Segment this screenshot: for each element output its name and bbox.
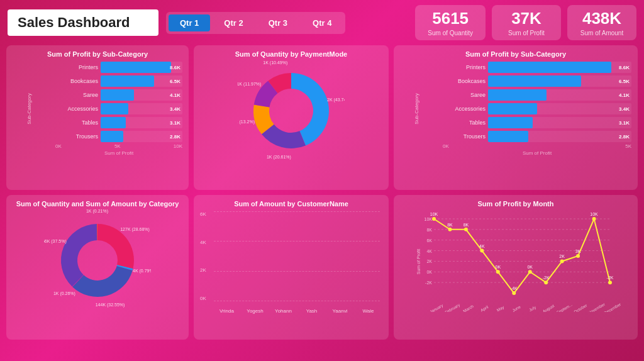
hbar-fill bbox=[488, 103, 537, 114]
donut-svg: 2K (43.74%)1K (20.61%)1K (13.2%)1K (11.9… bbox=[238, 57, 345, 164]
kpi-label-0: Sum of Quantity bbox=[428, 30, 473, 36]
hbar-fill bbox=[101, 75, 154, 87]
hbar-row: Saree 4.1K bbox=[443, 89, 631, 101]
line-value-label: -4K bbox=[511, 286, 518, 291]
hbar-value: 4.1K bbox=[619, 92, 630, 98]
y-tick-label: 0K bbox=[426, 270, 432, 274]
line-value-label: -2K bbox=[543, 275, 550, 280]
chart-amount-customer: Sum of Amount by CustomerName 0K2K4K6KVr… bbox=[194, 195, 389, 340]
kpi-label-2: Sum of Amount bbox=[580, 30, 624, 36]
y-tick: 2K bbox=[200, 267, 206, 273]
kpi-card-0: 5615Sum of Quantity bbox=[415, 5, 486, 40]
hbar-value: 4.1K bbox=[170, 92, 180, 98]
hbar-label: Printers bbox=[443, 64, 486, 70]
x-tick: 0K bbox=[55, 143, 62, 149]
line-dot bbox=[592, 217, 596, 221]
quarter-tab-qtr-2[interactable]: Qtr 2 bbox=[213, 14, 254, 31]
hbar-label: Saree bbox=[443, 92, 486, 98]
x-tick-label: May bbox=[496, 304, 506, 312]
x-tick-label: Septem... bbox=[556, 302, 574, 312]
line-dot bbox=[608, 280, 612, 284]
y-tick: 0K bbox=[200, 296, 206, 301]
vbar-xlabel: Yogesh bbox=[243, 308, 267, 314]
donut-label: 1K (20.61%) bbox=[267, 154, 291, 159]
donut-label: 1K (0.26%) bbox=[53, 291, 75, 296]
line-dot bbox=[480, 249, 484, 253]
hbar-label: Trousers bbox=[443, 133, 486, 140]
hbar-track: 4.1K bbox=[101, 89, 182, 101]
x-label-left: Sum of Profit bbox=[55, 150, 182, 156]
hbar-track: 3.4K bbox=[488, 103, 631, 114]
kpi-card-1: 37KSum of Profit bbox=[492, 5, 561, 40]
quarter-tab-qtr-3[interactable]: Qtr 3 bbox=[257, 14, 299, 31]
line-dot bbox=[512, 291, 516, 295]
hbar-row: Bookcases 6.5K bbox=[55, 75, 182, 87]
hbar-value: 3.4K bbox=[170, 106, 180, 112]
line-value-label: 2K bbox=[559, 254, 565, 258]
hbar-value: 2.8K bbox=[619, 134, 630, 140]
hbar-track: 2.8K bbox=[101, 131, 182, 142]
donut-svg: 127K (28.68%)4K (0.79%)144K (32.55%)1K (… bbox=[44, 207, 151, 314]
hbar-row: Trousers 2.8K bbox=[443, 131, 631, 142]
donut-label: 1K (11.97%) bbox=[238, 82, 261, 87]
chart-title-month: Sum of Profit by Month bbox=[400, 200, 631, 208]
kpi-cards: 5615Sum of Quantity37KSum of Profit438KS… bbox=[415, 5, 636, 40]
hbar-label: Trousers bbox=[55, 133, 98, 140]
hbar-track: 3.4K bbox=[101, 103, 182, 114]
hbar-value: 3.1K bbox=[170, 120, 180, 126]
x-tick-label: March bbox=[462, 304, 474, 312]
x-tick-label: April bbox=[480, 304, 490, 312]
hbar-track: 2.8K bbox=[488, 131, 631, 142]
hbar-row: Tables 3.1K bbox=[55, 117, 182, 128]
hbar-label: Printers bbox=[55, 64, 98, 70]
hbar-fill bbox=[488, 75, 581, 87]
hbar-row: Accessories 3.4K bbox=[55, 103, 182, 114]
line-value-label: 8K bbox=[447, 223, 453, 227]
hbar-track: 8.6K bbox=[488, 62, 631, 73]
chart-profit-subcategory-left: Sum of Profit by Sub-Category Sub-Catego… bbox=[6, 45, 189, 190]
hbar-value: 8.6K bbox=[170, 65, 180, 70]
y-axis-label-left: Sub-Category bbox=[26, 93, 32, 124]
kpi-value-1: 37K bbox=[504, 9, 548, 28]
hbar-fill bbox=[488, 62, 611, 73]
line-dot bbox=[576, 254, 580, 258]
vbar-xlabel: Yohann bbox=[272, 308, 295, 314]
line-dot bbox=[464, 228, 468, 231]
vbar-xlabels: VrindaYogeshYohannYashYaanviWale bbox=[215, 308, 380, 314]
quarter-tab-qtr-4[interactable]: Qtr 4 bbox=[301, 14, 343, 31]
x-tick-label: October bbox=[573, 303, 588, 312]
hbar-fill bbox=[101, 103, 128, 114]
chart-profit-month: Sum of Profit by Month -2K0K2K4K6K8K10K1… bbox=[394, 195, 638, 340]
hbar-track: 3.1K bbox=[488, 117, 631, 128]
vbar-xlabel: Yaanvi bbox=[328, 308, 352, 314]
y-tick: 6K bbox=[200, 211, 206, 217]
line-dot bbox=[448, 228, 452, 231]
chart-quantity-payment: Sum of Quantity by PaymentMode 2K (43.74… bbox=[194, 45, 389, 190]
y-tick-label: 4K bbox=[426, 249, 432, 253]
vbar-xlabel: Yash bbox=[300, 308, 323, 314]
quarter-tab-qtr-1[interactable]: Qtr 1 bbox=[169, 14, 210, 31]
line-value-label: 4K bbox=[479, 244, 485, 248]
chart-title-profit-right: Sum of Profit by Sub-Category bbox=[400, 50, 631, 58]
hbar-fill bbox=[101, 89, 134, 101]
line-value-label: 3K bbox=[575, 249, 581, 253]
vbar-bars bbox=[215, 211, 380, 301]
title-box: Sales Dashboard bbox=[8, 9, 158, 36]
hbar-fill bbox=[488, 89, 547, 101]
line-value-label: 0K bbox=[496, 265, 501, 269]
line-value-label: 8K bbox=[464, 223, 469, 227]
y-tick-label: 10K bbox=[425, 217, 433, 221]
hbar-value: 3.4K bbox=[619, 106, 630, 112]
dashboard-grid: Sum of Profit by Sub-Category Sub-Catego… bbox=[0, 45, 644, 345]
chart-quantity-amount-category: Sum of Quantity and Sum of Amount by Cat… bbox=[6, 195, 189, 340]
hbar-track: 6.5K bbox=[101, 75, 182, 87]
line-path bbox=[434, 219, 610, 293]
hbar-label: Accessories bbox=[55, 106, 98, 112]
line-dot bbox=[432, 217, 436, 221]
hbar-track: 6.5K bbox=[488, 75, 631, 87]
donut-label: 166K (37.5%) bbox=[44, 238, 67, 243]
hbar-value: 8.6K bbox=[619, 65, 630, 70]
hbar-fill bbox=[488, 117, 533, 128]
y-tick-label: 6K bbox=[426, 238, 432, 243]
chart-title-customer: Sum of Amount by CustomerName bbox=[200, 200, 382, 208]
